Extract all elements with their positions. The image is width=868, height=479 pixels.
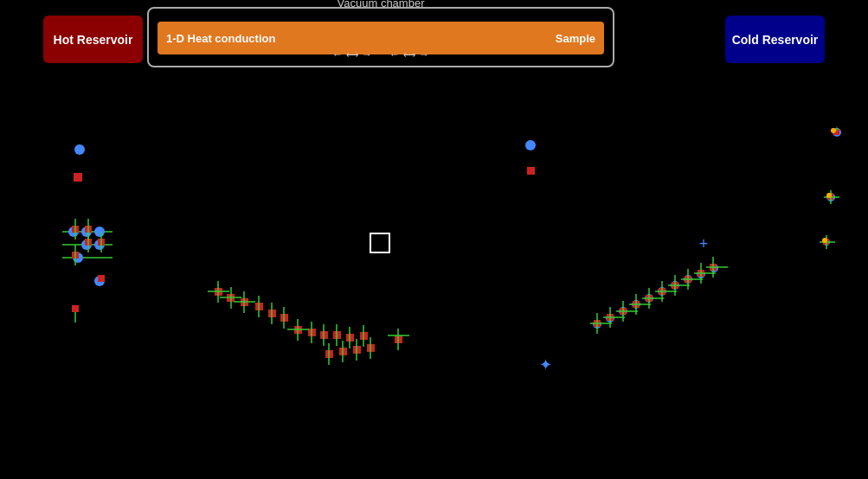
hot-reservoir-label: Hot Reservoir [54,33,133,47]
red-sq-mf1 [527,167,535,175]
red-sq-l6 [98,275,105,282]
orange-dot-fr1 [831,128,836,133]
cold-reservoir-label: Cold Reservoir [732,33,819,47]
blue-cross-mb: ✦ [539,356,552,374]
blue-dot-ml3 [94,227,105,237]
white-square [370,233,389,252]
orange-dot-fr3 [822,238,827,243]
vacuum-chamber-label: Vacuum chamber [338,0,425,10]
right-section-arrows: ← ⟷ → [389,48,429,61]
heat-conduction-label: 1-D Heat conduction [166,32,275,45]
cold-reservoir-box: Cold Reservoir [725,16,825,63]
data-svg: ✦ [0,91,868,479]
hot-reservoir-box: Hot Reservoir [43,16,143,63]
red-sq-tl [74,173,82,182]
sample-label: Sample [556,32,595,45]
vacuum-chamber-box: Vacuum chamber 1-D Heat conduction Sampl… [147,7,614,67]
blue-dot-tl [74,144,85,155]
diagram-area: Hot Reservoir Cold Reservoir Vacuum cham… [0,0,868,91]
orange-dot-fr2 [826,193,832,198]
blue-cross-r1: + [699,235,709,252]
arrows-row: ← ⟷ → ← ⟷ → [158,48,604,61]
left-section-arrows: ← ⟷ → [332,48,372,61]
red-sq-l7 [72,305,79,312]
blue-dot-mf1 [525,140,536,150]
data-area: ✦ [0,91,868,479]
